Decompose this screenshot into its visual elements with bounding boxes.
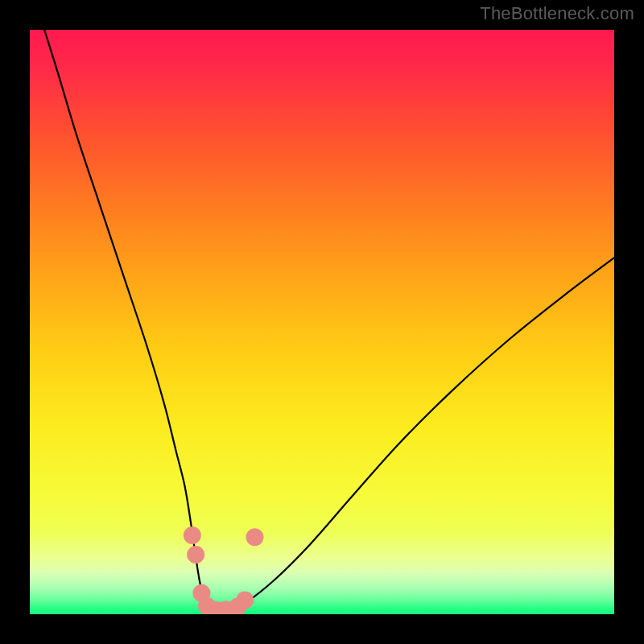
gradient-rect [30,30,614,614]
gradient-background [30,30,614,614]
chart-frame: TheBottleneck.com [0,0,644,644]
plot-area [30,30,614,614]
watermark-text: TheBottleneck.com [480,3,634,24]
